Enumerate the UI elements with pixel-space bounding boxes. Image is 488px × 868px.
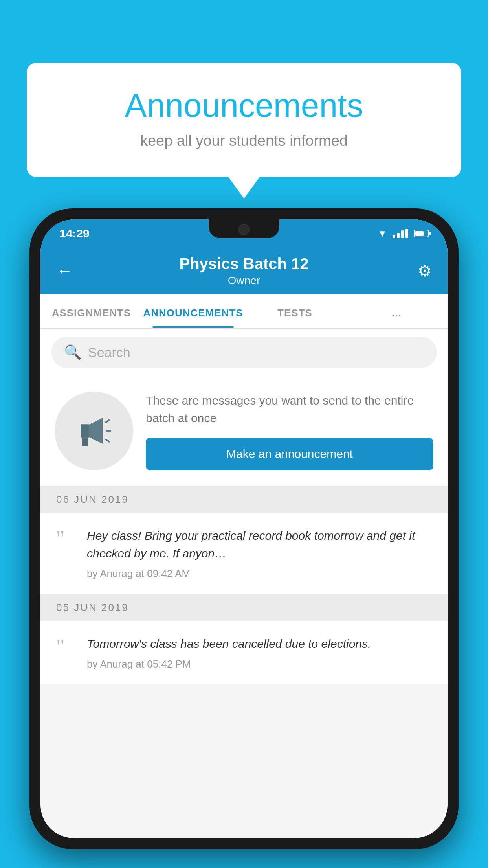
battery-icon [414, 230, 429, 237]
phone-notch [209, 219, 279, 238]
phone-screen: 14:29 ▼ ← Phys [40, 219, 448, 838]
svg-line-5 [106, 440, 109, 442]
quote-icon-2: " [56, 636, 75, 657]
phone-body: 14:29 ▼ ← Phys [29, 208, 459, 849]
batch-title: Physics Batch 12 [80, 255, 408, 273]
megaphone-circle [55, 392, 133, 470]
promo-content: These are messages you want to send to t… [146, 392, 433, 470]
tab-assignments[interactable]: ASSIGNMENTS [40, 307, 142, 328]
search-input[interactable]: Search [88, 345, 130, 360]
wifi-icon: ▼ [378, 228, 387, 239]
speech-bubble-section: Announcements keep all your students inf… [27, 63, 461, 199]
speech-bubble-tail [228, 177, 260, 199]
promo-description: These are messages you want to send to t… [146, 392, 433, 427]
phone-camera [238, 224, 250, 235]
svg-line-3 [106, 420, 109, 423]
batch-role: Owner [80, 274, 408, 287]
back-button[interactable]: ← [56, 261, 80, 280]
status-time: 14:29 [59, 227, 90, 240]
date-divider-2: 05 JUN 2019 [40, 594, 448, 621]
announcement-message-1: Hey class! Bring your practical record b… [87, 527, 432, 562]
make-announcement-button[interactable]: Make an announcement [146, 438, 433, 470]
announcement-meta-2: by Anurag at 05:42 PM [87, 658, 432, 670]
svg-rect-1 [81, 425, 89, 438]
quote-icon-1: " [56, 528, 75, 549]
page-subtitle: keep all your students informed [58, 132, 430, 149]
settings-icon[interactable]: ⚙ [408, 262, 432, 280]
phone-mockup: 14:29 ▼ ← Phys [29, 208, 459, 868]
announcement-content-1: Hey class! Bring your practical record b… [87, 527, 432, 580]
megaphone-icon [72, 409, 116, 452]
tab-tests[interactable]: TESTS [244, 307, 346, 328]
announcement-promo: These are messages you want to send to t… [40, 376, 448, 486]
announcement-item-1: " Hey class! Bring your practical record… [40, 513, 448, 594]
header-center: Physics Batch 12 Owner [80, 255, 408, 287]
search-box[interactable]: 🔍 Search [51, 337, 437, 368]
date-divider-1: 06 JUN 2019 [40, 486, 448, 513]
announcement-meta-1: by Anurag at 09:42 AM [87, 568, 432, 580]
search-section: 🔍 Search [40, 329, 448, 376]
status-icons: ▼ [378, 228, 429, 239]
tab-announcements[interactable]: ANNOUNCEMENTS [142, 307, 244, 328]
announcement-message-2: Tomorrow's class has been cancelled due … [87, 635, 432, 653]
speech-bubble-card: Announcements keep all your students inf… [27, 63, 461, 177]
svg-rect-2 [82, 438, 88, 446]
announcement-item-2: " Tomorrow's class has been cancelled du… [40, 621, 448, 685]
tabs-bar: ASSIGNMENTS ANNOUNCEMENTS TESTS … [40, 294, 448, 329]
page-title: Announcements [58, 86, 430, 125]
app-header: ← Physics Batch 12 Owner ⚙ [40, 248, 448, 294]
search-icon: 🔍 [64, 344, 82, 360]
announcement-content-2: Tomorrow's class has been cancelled due … [87, 635, 432, 670]
signal-icon [393, 229, 408, 238]
tab-more[interactable]: … [346, 307, 448, 328]
